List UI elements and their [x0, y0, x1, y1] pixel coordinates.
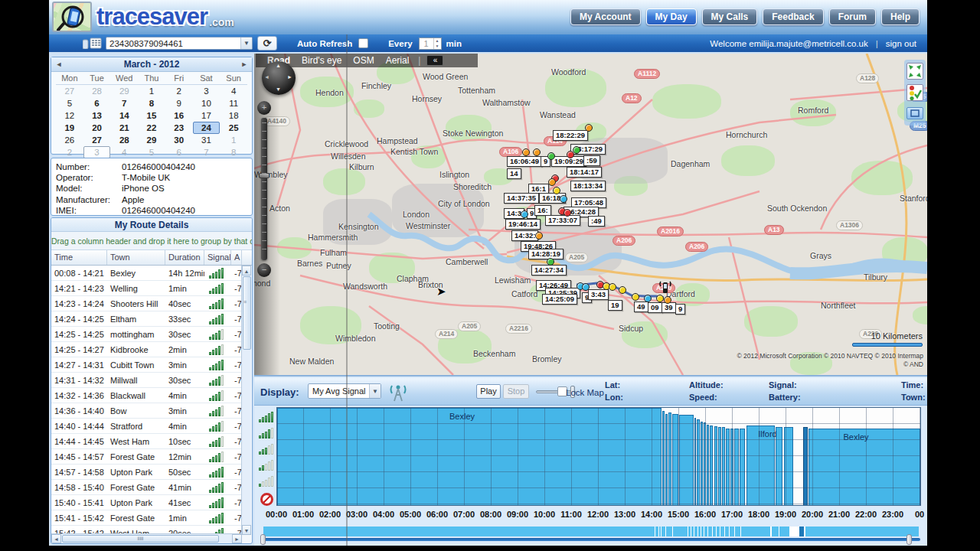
- timestamp-label[interactable]: 14:37:35: [504, 193, 539, 204]
- calendar-day[interactable]: 2: [165, 85, 193, 97]
- zoom-in-icon[interactable]: +: [257, 101, 271, 115]
- table-row[interactable]: 14:32 - 14:36Blackwall4min-7: [51, 388, 242, 403]
- calendar-day[interactable]: 4: [110, 146, 138, 158]
- timeline-overview-bar[interactable]: [263, 527, 919, 536]
- zoom-slider-track[interactable]: [261, 118, 267, 260]
- route-point-marker[interactable]: [533, 148, 541, 156]
- calendar-day[interactable]: 5: [138, 146, 165, 158]
- sign-out-link[interactable]: sign out: [886, 39, 916, 48]
- scroll-left-icon[interactable]: ◄: [51, 534, 61, 543]
- map-collapse-button[interactable]: «: [426, 55, 443, 66]
- timestamp-label[interactable]: 18:13:34: [570, 181, 606, 191]
- calendar-day[interactable]: 15: [138, 109, 165, 122]
- timestamp-label[interactable]: 09: [648, 302, 662, 313]
- route-point-marker[interactable]: [548, 178, 556, 186]
- route-point-marker[interactable]: [553, 187, 560, 194]
- calendar-day[interactable]: 31: [193, 134, 220, 146]
- calendar-day[interactable]: 29: [110, 85, 138, 97]
- route-point-marker[interactable]: [547, 258, 554, 266]
- auto-refresh-checkbox[interactable]: [358, 38, 368, 48]
- column-header-time[interactable]: Time: [51, 250, 107, 265]
- calendar-day[interactable]: 23: [165, 122, 193, 134]
- column-header-signal[interactable]: Signal: [204, 250, 231, 265]
- range-end-handle[interactable]: [906, 534, 912, 545]
- route-point-marker[interactable]: [560, 195, 567, 203]
- route-point-marker[interactable]: [522, 148, 530, 156]
- route-point-marker[interactable]: [664, 296, 671, 304]
- calendar-day[interactable]: 9: [165, 97, 193, 109]
- timestamp-label[interactable]: 14:25:09: [542, 294, 577, 305]
- zoom-slider-handle[interactable]: [259, 173, 270, 178]
- calendar-day[interactable]: 10: [193, 97, 220, 109]
- calendar-day[interactable]: 21: [110, 122, 138, 134]
- calendar-day[interactable]: 28: [83, 85, 111, 97]
- calendar-day[interactable]: 29: [138, 134, 165, 146]
- table-row[interactable]: 14:44 - 14:45West Ham10sec-7: [51, 434, 242, 449]
- route-point-marker[interactable]: [585, 124, 593, 132]
- route-point-marker[interactable]: [521, 210, 528, 218]
- logo[interactable]: tracesaver .com: [52, 2, 234, 32]
- column-header-a[interactable]: A: [231, 250, 242, 265]
- calendar-day[interactable]: 30: [165, 134, 193, 146]
- calendar-day[interactable]: 25: [220, 122, 247, 134]
- vertical-scroll-handle[interactable]: [243, 276, 251, 350]
- calendar-day[interactable]: 18: [220, 109, 247, 122]
- timestamp-label[interactable]: 19:46:14: [505, 219, 541, 230]
- table-row[interactable]: 00:08 - 14:21Bexley14h 12min-7: [51, 266, 242, 281]
- horizontal-scroll-handle[interactable]: ⦀⦀⦀: [62, 535, 219, 543]
- pan-right-icon[interactable]: ►: [287, 74, 292, 80]
- calendar-day[interactable]: 8: [138, 97, 165, 109]
- calendar-day[interactable]: 20: [83, 122, 111, 134]
- calendar-day[interactable]: 11: [220, 97, 247, 109]
- zoom-out-icon[interactable]: −: [257, 263, 271, 277]
- table-row[interactable]: 15:40 - 15:41Upton Park41sec-7: [51, 495, 242, 510]
- calendar-day[interactable]: 2: [56, 146, 83, 158]
- timestamp-label[interactable]: :49: [588, 216, 605, 227]
- calendar-day[interactable]: 5: [56, 97, 83, 109]
- timestamp-label[interactable]: 14: [507, 168, 521, 179]
- nav-button-help[interactable]: Help: [881, 8, 920, 25]
- calendar-day[interactable]: 6: [83, 97, 111, 109]
- play-button[interactable]: Play: [476, 384, 501, 399]
- calendar-prev-icon[interactable]: ◄: [51, 60, 67, 68]
- calendar-day[interactable]: 1: [138, 85, 165, 97]
- route-point-marker[interactable]: [656, 295, 664, 302]
- route-point-marker[interactable]: [535, 232, 543, 240]
- calendar-day[interactable]: 1: [220, 134, 247, 146]
- timestamp-label[interactable]: 18:14:17: [567, 167, 602, 178]
- table-row[interactable]: 14:24 - 14:25Eltham33sec-7: [51, 311, 242, 327]
- route-table-vertical-scrollbar[interactable]: ▲ ≡ ▼: [241, 266, 251, 535]
- pan-up-icon[interactable]: ▲: [276, 63, 281, 68]
- nav-button-forum[interactable]: Forum: [829, 8, 876, 25]
- calendar-day[interactable]: 4: [220, 85, 247, 97]
- scroll-down-icon[interactable]: ▼: [242, 525, 251, 535]
- calendar-day[interactable]: 6: [165, 146, 193, 158]
- table-row[interactable]: 14:23 - 14:24Shooters Hill40sec-7: [51, 296, 242, 311]
- fit-to-route-button[interactable]: [906, 63, 923, 80]
- map-tab-aerial[interactable]: Aerial: [386, 55, 410, 66]
- table-row[interactable]: 14:25 - 14:25mottingham30sec-7: [51, 327, 242, 342]
- nav-button-feedback[interactable]: Feedback: [763, 8, 823, 25]
- device-id-select[interactable]: 234308379094461 ▼: [106, 37, 253, 50]
- nav-button-my-account[interactable]: My Account: [570, 8, 641, 25]
- map-area[interactable]: HendonFinchleyWood GreenHornseyTottenham…: [254, 54, 927, 375]
- calendar-day[interactable]: 28: [110, 134, 138, 146]
- timestamp-label[interactable]: 19: [608, 300, 622, 311]
- calendar-day[interactable]: 12: [56, 109, 83, 122]
- column-header-town[interactable]: Town: [107, 250, 165, 265]
- route-point-marker[interactable]: [644, 295, 652, 302]
- route-point-marker[interactable]: [582, 283, 590, 291]
- timestamp-label[interactable]: 49: [634, 302, 648, 312]
- calendar-day[interactable]: 17: [193, 109, 220, 122]
- route-point-marker[interactable]: [609, 283, 616, 291]
- table-row[interactable]: 14:57 - 14:58Upton Park50sec-7: [51, 465, 242, 480]
- map-tab-bird-s-eye[interactable]: Bird's eye: [302, 55, 341, 66]
- calendar-next-icon[interactable]: ►: [237, 60, 252, 68]
- route-point-marker[interactable]: [619, 286, 626, 294]
- scroll-right-icon[interactable]: ►: [232, 534, 242, 543]
- timestamp-label[interactable]: 16:06:49: [507, 156, 542, 167]
- timestamp-label[interactable]: 18:22:29: [553, 130, 588, 141]
- table-row[interactable]: 14:45 - 14:57Forest Gate12min-7: [51, 449, 242, 465]
- table-row[interactable]: 14:36 - 14:40Bow3min-7: [51, 403, 242, 419]
- table-row[interactable]: 14:21 - 14:23Welling1min-7: [51, 281, 242, 296]
